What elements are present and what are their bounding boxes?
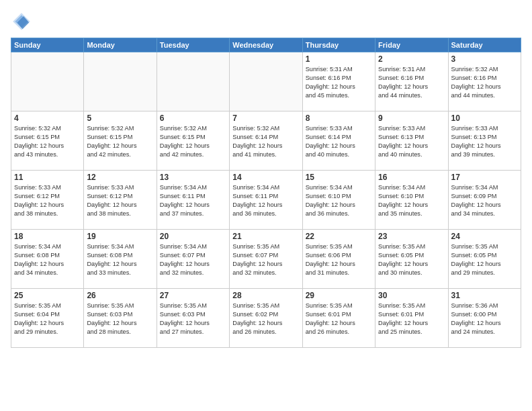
day-cell: [157, 52, 229, 111]
day-cell: 14Sunrise: 5:34 AM Sunset: 6:11 PM Dayli…: [230, 171, 302, 230]
day-info: Sunrise: 5:35 AM Sunset: 6:06 PM Dayligh…: [306, 242, 372, 277]
day-info: Sunrise: 5:34 AM Sunset: 6:08 PM Dayligh…: [87, 242, 153, 277]
day-info: Sunrise: 5:35 AM Sunset: 6:04 PM Dayligh…: [14, 302, 81, 336]
day-info: Sunrise: 5:34 AM Sunset: 6:08 PM Dayligh…: [14, 242, 81, 277]
day-number: 12: [87, 173, 153, 182]
day-number: 7: [232, 113, 299, 123]
header: [11, 11, 521, 32]
day-cell: 25Sunrise: 5:35 AM Sunset: 6:04 PM Dayli…: [11, 289, 84, 348]
col-header-wednesday: Wednesday: [230, 38, 302, 52]
col-header-saturday: Saturday: [448, 38, 521, 52]
day-cell: 2Sunrise: 5:31 AM Sunset: 6:16 PM Daylig…: [375, 52, 448, 111]
day-number: 25: [14, 291, 81, 300]
day-info: Sunrise: 5:32 AM Sunset: 6:14 PM Dayligh…: [232, 124, 299, 159]
day-number: 14: [232, 173, 299, 182]
day-info: Sunrise: 5:34 AM Sunset: 6:09 PM Dayligh…: [451, 183, 518, 218]
day-info: Sunrise: 5:33 AM Sunset: 6:13 PM Dayligh…: [378, 124, 445, 159]
day-cell: 27Sunrise: 5:35 AM Sunset: 6:03 PM Dayli…: [157, 289, 229, 348]
day-info: Sunrise: 5:35 AM Sunset: 6:01 PM Dayligh…: [306, 302, 372, 336]
week-row-3: 11Sunrise: 5:33 AM Sunset: 6:12 PM Dayli…: [11, 171, 521, 230]
day-info: Sunrise: 5:33 AM Sunset: 6:12 PM Dayligh…: [87, 183, 153, 218]
calendar-page: SundayMondayTuesdayWednesdayThursdayFrid…: [0, 0, 532, 411]
day-cell: 13Sunrise: 5:34 AM Sunset: 6:11 PM Dayli…: [157, 171, 229, 230]
day-cell: 3Sunrise: 5:32 AM Sunset: 6:16 PM Daylig…: [448, 52, 521, 111]
day-number: 11: [14, 173, 81, 182]
logo-icon: [11, 11, 32, 32]
day-number: 5: [87, 113, 153, 123]
day-cell: 19Sunrise: 5:34 AM Sunset: 6:08 PM Dayli…: [84, 230, 157, 289]
day-cell: 6Sunrise: 5:32 AM Sunset: 6:15 PM Daylig…: [157, 111, 229, 171]
day-cell: 26Sunrise: 5:35 AM Sunset: 6:03 PM Dayli…: [84, 289, 157, 348]
calendar-table: SundayMondayTuesdayWednesdayThursdayFrid…: [11, 38, 521, 348]
day-info: Sunrise: 5:34 AM Sunset: 6:10 PM Dayligh…: [378, 183, 445, 218]
day-cell: 21Sunrise: 5:35 AM Sunset: 6:07 PM Dayli…: [230, 230, 302, 289]
day-number: 31: [451, 291, 518, 300]
day-info: Sunrise: 5:32 AM Sunset: 6:15 PM Dayligh…: [14, 124, 81, 159]
day-cell: [11, 52, 84, 111]
day-number: 22: [306, 232, 372, 241]
day-cell: [230, 52, 302, 111]
day-cell: 23Sunrise: 5:35 AM Sunset: 6:05 PM Dayli…: [375, 230, 448, 289]
day-number: 3: [451, 54, 518, 64]
week-row-4: 18Sunrise: 5:34 AM Sunset: 6:08 PM Dayli…: [11, 230, 521, 289]
day-info: Sunrise: 5:34 AM Sunset: 6:11 PM Dayligh…: [232, 183, 299, 218]
day-number: 26: [87, 291, 153, 300]
col-header-monday: Monday: [84, 38, 157, 52]
day-number: 13: [160, 173, 226, 182]
day-number: 2: [378, 54, 445, 64]
day-number: 18: [14, 232, 81, 241]
col-header-sunday: Sunday: [11, 38, 84, 52]
day-number: 10: [451, 113, 518, 123]
day-cell: 18Sunrise: 5:34 AM Sunset: 6:08 PM Dayli…: [11, 230, 84, 289]
day-cell: 4Sunrise: 5:32 AM Sunset: 6:15 PM Daylig…: [11, 111, 84, 171]
day-cell: 22Sunrise: 5:35 AM Sunset: 6:06 PM Dayli…: [302, 230, 375, 289]
col-header-friday: Friday: [375, 38, 448, 52]
day-cell: 29Sunrise: 5:35 AM Sunset: 6:01 PM Dayli…: [302, 289, 375, 348]
day-number: 15: [306, 173, 372, 182]
day-number: 4: [14, 113, 81, 123]
day-info: Sunrise: 5:33 AM Sunset: 6:13 PM Dayligh…: [451, 124, 518, 159]
day-cell: 1Sunrise: 5:31 AM Sunset: 6:16 PM Daylig…: [302, 52, 375, 111]
day-cell: 16Sunrise: 5:34 AM Sunset: 6:10 PM Dayli…: [375, 171, 448, 230]
day-info: Sunrise: 5:31 AM Sunset: 6:16 PM Dayligh…: [378, 65, 445, 100]
day-number: 16: [378, 173, 445, 182]
day-cell: 15Sunrise: 5:34 AM Sunset: 6:10 PM Dayli…: [302, 171, 375, 230]
day-number: 9: [378, 113, 445, 123]
day-number: 6: [160, 113, 226, 123]
day-cell: 11Sunrise: 5:33 AM Sunset: 6:12 PM Dayli…: [11, 171, 84, 230]
day-info: Sunrise: 5:35 AM Sunset: 6:03 PM Dayligh…: [87, 302, 153, 336]
day-cell: 7Sunrise: 5:32 AM Sunset: 6:14 PM Daylig…: [230, 111, 302, 171]
day-info: Sunrise: 5:32 AM Sunset: 6:16 PM Dayligh…: [451, 65, 518, 100]
day-info: Sunrise: 5:34 AM Sunset: 6:07 PM Dayligh…: [160, 242, 226, 277]
day-number: 28: [232, 291, 299, 300]
day-cell: 20Sunrise: 5:34 AM Sunset: 6:07 PM Dayli…: [157, 230, 229, 289]
day-info: Sunrise: 5:33 AM Sunset: 6:14 PM Dayligh…: [306, 124, 372, 159]
day-info: Sunrise: 5:34 AM Sunset: 6:11 PM Dayligh…: [160, 183, 226, 218]
day-number: 20: [160, 232, 226, 241]
day-cell: 17Sunrise: 5:34 AM Sunset: 6:09 PM Dayli…: [448, 171, 521, 230]
day-cell: 10Sunrise: 5:33 AM Sunset: 6:13 PM Dayli…: [448, 111, 521, 171]
day-number: 23: [378, 232, 445, 241]
calendar-header-row: SundayMondayTuesdayWednesdayThursdayFrid…: [11, 38, 521, 52]
day-info: Sunrise: 5:32 AM Sunset: 6:15 PM Dayligh…: [87, 124, 153, 159]
day-info: Sunrise: 5:34 AM Sunset: 6:10 PM Dayligh…: [306, 183, 372, 218]
day-cell: [84, 52, 157, 111]
day-info: Sunrise: 5:36 AM Sunset: 6:00 PM Dayligh…: [451, 302, 518, 336]
day-info: Sunrise: 5:35 AM Sunset: 6:03 PM Dayligh…: [160, 302, 226, 336]
day-number: 19: [87, 232, 153, 241]
day-number: 27: [160, 291, 226, 300]
week-row-5: 25Sunrise: 5:35 AM Sunset: 6:04 PM Dayli…: [11, 289, 521, 348]
day-cell: 8Sunrise: 5:33 AM Sunset: 6:14 PM Daylig…: [302, 111, 375, 171]
day-cell: 28Sunrise: 5:35 AM Sunset: 6:02 PM Dayli…: [230, 289, 302, 348]
week-row-1: 1Sunrise: 5:31 AM Sunset: 6:16 PM Daylig…: [11, 52, 521, 111]
day-cell: 30Sunrise: 5:35 AM Sunset: 6:01 PM Dayli…: [375, 289, 448, 348]
day-info: Sunrise: 5:35 AM Sunset: 6:01 PM Dayligh…: [378, 302, 445, 336]
day-cell: 31Sunrise: 5:36 AM Sunset: 6:00 PM Dayli…: [448, 289, 521, 348]
day-number: 29: [306, 291, 372, 300]
day-number: 8: [306, 113, 372, 123]
day-info: Sunrise: 5:35 AM Sunset: 6:02 PM Dayligh…: [232, 302, 299, 336]
day-cell: 9Sunrise: 5:33 AM Sunset: 6:13 PM Daylig…: [375, 111, 448, 171]
day-info: Sunrise: 5:35 AM Sunset: 6:05 PM Dayligh…: [451, 242, 518, 277]
day-number: 17: [451, 173, 518, 182]
col-header-thursday: Thursday: [302, 38, 375, 52]
